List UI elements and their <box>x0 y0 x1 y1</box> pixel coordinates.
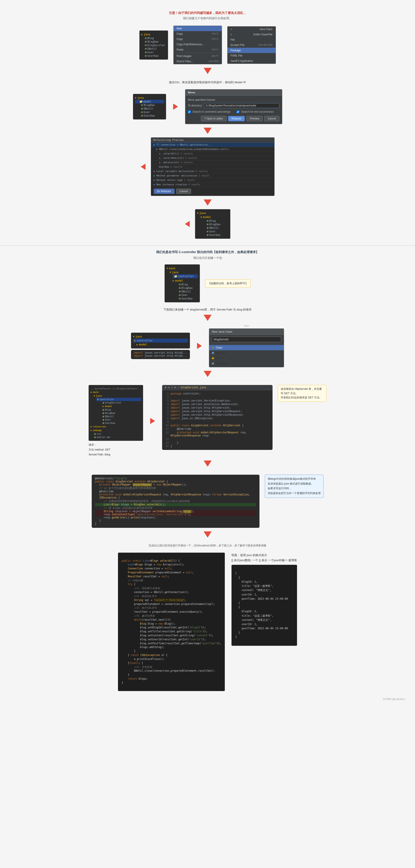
section6-note: 完成后让我们把浏览器打开测试一下，访问localhost:8080，多下面三步：… <box>149 543 266 548</box>
arrow-right-2 <box>197 343 202 349</box>
new-label: New <box>209 324 284 327</box>
section4: ...SystemTomcat::G:\BlogSystemTomce... ▶… <box>0 383 415 468</box>
submenu-javafx[interactable]: JavaFX Application <box>227 58 276 64</box>
line-8: 8 import java.io.IOException; <box>164 417 270 420</box>
refactor-method-param-text: Method parameter declaration <box>156 174 197 177</box>
menu-item-find-usages[interactable]: Find UsagesAlt+F7 <box>173 54 222 59</box>
submenu-package[interactable]: Package <box>227 48 276 53</box>
search-comments-row: Search in comments and strings Search fo… <box>188 110 279 113</box>
open-editor-btn[interactable]: ? Open in editor <box>201 116 226 121</box>
menu-item-paste[interactable]: PasteCtrl+V <box>173 47 222 52</box>
ncd-class-label: Class <box>216 346 222 349</box>
code-respjson-line: String respJson = objectMapper.writeValu… <box>95 510 256 513</box>
section4-label: 请求： 方法 method: GET Servlet Path: /blog <box>89 443 143 457</box>
arrow-right-3 <box>150 418 155 424</box>
menu-item-copy2[interactable]: CopyCtrl+C <box>173 36 222 42</box>
ncd-enum-label: Enum <box>216 357 223 360</box>
new-class-name-input[interactable] <box>212 337 281 342</box>
submenu-file[interactable]: File <box>227 37 276 42</box>
line-9: 9 <box>164 420 270 424</box>
do-refactor-btn[interactable]: Do Refactor <box>154 189 174 194</box>
file-blog: Blog <box>141 36 166 40</box>
new-class-dialog-title: New Java Class <box>209 329 284 335</box>
file-controller5: ▶ controller <box>133 339 188 343</box>
search-comments-checkbox[interactable] <box>188 111 191 113</box>
section5-code-content: @WebServlet("/blog") public class blogSe… <box>92 475 259 528</box>
refactor-dbutil-item: ▶ DButil.close(connection,preparedStatem… <box>151 147 274 152</box>
file-userdao6: UserDao <box>96 422 141 425</box>
ncd-item-interface[interactable]: Interface <box>209 350 284 355</box>
section2-after: ▼ java ▼ model Blog BlogDao DButil User … <box>185 209 230 239</box>
new-class-input-area <box>209 335 284 344</box>
refactor-new-instance: ▶ New instance creation 4 results <box>151 182 274 187</box>
file-userdao4: UserDao <box>173 297 198 300</box>
file-css6: css <box>91 432 141 436</box>
line-7: 7 import javax.servlet.http.HttpServletR… <box>164 413 270 417</box>
file-userdao3: UserDao <box>200 233 228 237</box>
file-editormd6: editor.md <box>91 436 141 439</box>
submenu-java-class[interactable]: ● Java Class <box>227 27 276 32</box>
menu-item-copy[interactable]: CopyCtrl+X <box>173 31 222 36</box>
file-tree-2: ▼ java 📁 model BlogDao DButil User UserD… <box>133 94 166 120</box>
refactor-dbutil-text: DButil.close(connection,preparedStatemen… <box>159 148 229 151</box>
folder-java6: ▼ java <box>94 394 141 398</box>
interface-dot <box>212 352 214 354</box>
file-tree-1: ▶ java Blog BlogDao blogServlet DButil U… <box>139 30 168 60</box>
code-blogs-line: List<Blog> blogs = BlogDao.selectAll(); <box>95 503 256 506</box>
search-text-checkbox[interactable] <box>236 111 240 113</box>
menu-item-find-files[interactable]: Find in Files...Ctrl+Shift <box>173 59 222 64</box>
file-controller: 📁 controller <box>173 274 198 278</box>
line-2: 2 <box>164 396 270 399</box>
refactor-main-text: T7 connection = DButil.getConnectio... <box>156 143 212 146</box>
ncd-item-enum[interactable]: Enum <box>209 355 284 361</box>
folder-java5: ▼ java <box>133 335 188 339</box>
refactor-cancel-btn[interactable]: Cancel <box>176 189 191 194</box>
refactor-method-return-text: Method return type <box>156 179 183 182</box>
menu-item-new[interactable]: New <box>173 26 222 31</box>
section3-note1: 我们先是在书写 C-controller 部分的代码【收到请求之外，如果处理请求… <box>156 250 259 254</box>
refactor-method-param: ▶ Method parameter declaration 1 result <box>151 174 274 178</box>
code-setcontent-line: resp.setContentType("application/json; c… <box>95 513 256 516</box>
cancel-btn[interactable]: Cancel <box>264 116 279 121</box>
arrow-down-4 <box>204 315 212 321</box>
line-6: 6 import javax.servlet.http.HttpServletR… <box>164 410 270 413</box>
refactor-select-one: s. selectOne(int) 2 results <box>151 156 274 160</box>
select-all-code: public static List<Blog> selectAll() { L… <box>118 553 225 691</box>
callout-right-1: 将blogs中的内容转换成json格式的字符串 <box>268 477 321 482</box>
submenu-fxml[interactable]: FXML File <box>227 53 276 58</box>
json-result-area: 明显：使用 json 的格式表示 [] 表示json数组, 一个 {} 表示 一… <box>231 553 297 646</box>
line-15: 15 } <box>164 444 270 448</box>
line-13: 13 <box>164 437 270 441</box>
preview-btn[interactable]: Preview <box>247 116 263 121</box>
popup-menu: New CopyCtrl+X CopyCtrl+C Copy Path/Refe… <box>173 26 222 64</box>
divider-1 <box>0 245 415 246</box>
callout-right-2: 告诉浏览器以 json 格式进行读取数据。 <box>268 482 321 486</box>
section5: @WebServlet("/blog") public class blogSe… <box>0 472 415 539</box>
refactor-delete: s. delete(int) 2 results <box>151 160 274 165</box>
code-write-line: resp.getWriter().write(respJson); <box>95 516 256 519</box>
editor-title-1: ⚙ ≡ ≈ ⊕ — blogServlet.java <box>162 385 273 390</box>
file-user6: User <box>96 418 141 422</box>
refactor-btn[interactable]: Refactor <box>228 116 245 121</box>
section5-callout: 将blogs中的内容转换成json格式的字符串 告诉浏览器以 json 格式进行… <box>265 475 324 498</box>
code-close2: } <box>95 522 256 525</box>
code-comment2: // 从数据库的博客列表根据实际情况，先前的村式(json格式)返回前端 <box>95 499 256 503</box>
arrow-down-2 <box>204 128 212 134</box>
submenu-kotlin[interactable]: ● Kotlin Class/File <box>227 32 276 37</box>
move-to-dir-input[interactable] <box>204 103 279 108</box>
menu-item-copy-path[interactable]: Copy Path/Reference... <box>173 42 222 47</box>
folder-model3: ▼ model Blog BlogDao DButil User UserDao <box>197 215 228 237</box>
ncd-item-class[interactable]: Class <box>209 345 284 350</box>
code-comment3: // 把 blogs 转化成json格式的字符串 <box>95 506 256 510</box>
file-blog4: Blog <box>173 283 198 286</box>
ncd-item-annotation[interactable]: Annotation <box>209 361 284 366</box>
section2-refactor-area: Refactoring Preview ▶ T7 connection = DB… <box>141 137 275 196</box>
file-dbutil: DButil <box>141 47 166 51</box>
new-class-dialog: New Java Class Class Interface <box>209 329 284 367</box>
submenu-scratch[interactable]: Scratch FileCtrl+Alt+Shift <box>227 42 276 48</box>
move-directory-row: To directory: <box>188 103 279 108</box>
section2-note: 接住Ctrl，将涉及数据存取的操作代码选中，移动到 Model 中 <box>169 80 246 85</box>
section6: 完成后让我们把浏览器打开测试一下，访问localhost:8080，多下面三步：… <box>0 543 415 703</box>
ncd-annotation-label: Annotation <box>216 362 228 365</box>
search-comments-label: Search in comments and strings <box>193 110 230 113</box>
